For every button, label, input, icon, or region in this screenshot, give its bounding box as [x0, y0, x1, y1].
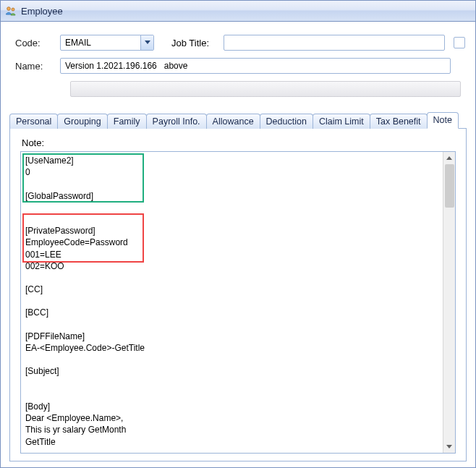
tab-note[interactable]: Note — [427, 112, 459, 129]
form-area: Code: EMAIL Job Title: Name: — [1, 22, 475, 111]
code-label: Code: — [15, 38, 56, 48]
tab-grouping[interactable]: Grouping — [57, 114, 107, 129]
name-label: Name: — [15, 61, 56, 72]
code-dropdown-button[interactable] — [140, 35, 153, 50]
scroll-up-button[interactable] — [443, 152, 455, 164]
toolbar-band — [70, 81, 461, 97]
window-title: Employee — [21, 6, 63, 17]
code-combo[interactable]: EMAIL — [60, 35, 154, 51]
scroll-thumb[interactable] — [445, 164, 454, 208]
code-value: EMAIL — [61, 38, 140, 48]
name-input[interactable] — [60, 58, 451, 74]
tab-allowance[interactable]: Allowance — [206, 114, 260, 129]
scrollbar[interactable] — [443, 152, 455, 453]
scroll-down-button[interactable] — [443, 441, 455, 453]
note-container — [20, 151, 456, 454]
svg-point-1 — [12, 8, 14, 11]
tab-row: Personal Grouping Family Payroll Info. A… — [9, 111, 467, 129]
chevron-down-icon — [446, 445, 452, 449]
tab-content-note: Note: — [9, 129, 467, 461]
tab-family[interactable]: Family — [107, 114, 147, 129]
titlebar: Employee — [0, 0, 476, 22]
note-textarea[interactable] — [21, 152, 443, 453]
tab-tax-benefit[interactable]: Tax Benefit — [370, 114, 428, 129]
tabs-area: Personal Grouping Family Payroll Info. A… — [1, 111, 475, 461]
job-title-input[interactable] — [224, 35, 445, 51]
tab-claim-limit[interactable]: Claim Limit — [313, 114, 370, 129]
checkbox[interactable] — [454, 37, 465, 48]
window-body: Code: EMAIL Job Title: Name: Personal Gr… — [0, 22, 476, 468]
tab-payroll-info[interactable]: Payroll Info. — [146, 114, 207, 129]
tab-deduction[interactable]: Deduction — [260, 114, 313, 129]
tab-personal[interactable]: Personal — [9, 114, 58, 129]
job-title-label: Job Title: — [171, 38, 219, 48]
svg-point-0 — [7, 7, 11, 11]
employee-icon — [5, 5, 17, 17]
chevron-down-icon — [145, 41, 150, 45]
note-label: Note: — [22, 137, 456, 148]
chevron-up-icon — [446, 156, 452, 161]
